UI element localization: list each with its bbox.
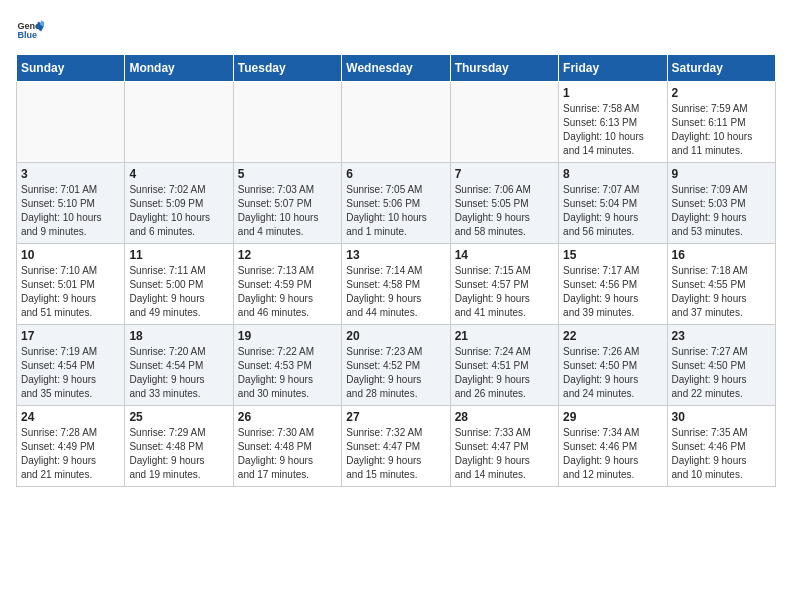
calendar-week-row: 17Sunrise: 7:19 AM Sunset: 4:54 PM Dayli… <box>17 325 776 406</box>
day-number: 2 <box>672 86 771 100</box>
day-info: Sunrise: 7:27 AM Sunset: 4:50 PM Dayligh… <box>672 345 771 401</box>
weekday-header: Sunday <box>17 55 125 82</box>
weekday-header: Friday <box>559 55 667 82</box>
day-info: Sunrise: 7:33 AM Sunset: 4:47 PM Dayligh… <box>455 426 554 482</box>
day-info: Sunrise: 7:10 AM Sunset: 5:01 PM Dayligh… <box>21 264 120 320</box>
calendar-day-cell: 28Sunrise: 7:33 AM Sunset: 4:47 PM Dayli… <box>450 406 558 487</box>
calendar-day-cell: 25Sunrise: 7:29 AM Sunset: 4:48 PM Dayli… <box>125 406 233 487</box>
weekday-header: Wednesday <box>342 55 450 82</box>
day-info: Sunrise: 7:07 AM Sunset: 5:04 PM Dayligh… <box>563 183 662 239</box>
day-info: Sunrise: 7:58 AM Sunset: 6:13 PM Dayligh… <box>563 102 662 158</box>
calendar-day-cell <box>233 82 341 163</box>
calendar-day-cell <box>450 82 558 163</box>
calendar-table: SundayMondayTuesdayWednesdayThursdayFrid… <box>16 54 776 487</box>
calendar-day-cell: 21Sunrise: 7:24 AM Sunset: 4:51 PM Dayli… <box>450 325 558 406</box>
day-number: 29 <box>563 410 662 424</box>
calendar-day-cell: 30Sunrise: 7:35 AM Sunset: 4:46 PM Dayli… <box>667 406 775 487</box>
calendar-day-cell: 18Sunrise: 7:20 AM Sunset: 4:54 PM Dayli… <box>125 325 233 406</box>
day-number: 12 <box>238 248 337 262</box>
day-info: Sunrise: 7:02 AM Sunset: 5:09 PM Dayligh… <box>129 183 228 239</box>
day-info: Sunrise: 7:28 AM Sunset: 4:49 PM Dayligh… <box>21 426 120 482</box>
weekday-header: Saturday <box>667 55 775 82</box>
day-number: 7 <box>455 167 554 181</box>
calendar-header-row: SundayMondayTuesdayWednesdayThursdayFrid… <box>17 55 776 82</box>
day-info: Sunrise: 7:24 AM Sunset: 4:51 PM Dayligh… <box>455 345 554 401</box>
weekday-header: Thursday <box>450 55 558 82</box>
calendar-day-cell: 4Sunrise: 7:02 AM Sunset: 5:09 PM Daylig… <box>125 163 233 244</box>
day-number: 5 <box>238 167 337 181</box>
day-info: Sunrise: 7:03 AM Sunset: 5:07 PM Dayligh… <box>238 183 337 239</box>
day-number: 6 <box>346 167 445 181</box>
day-info: Sunrise: 7:26 AM Sunset: 4:50 PM Dayligh… <box>563 345 662 401</box>
calendar-week-row: 1Sunrise: 7:58 AM Sunset: 6:13 PM Daylig… <box>17 82 776 163</box>
calendar-day-cell <box>17 82 125 163</box>
calendar-day-cell: 17Sunrise: 7:19 AM Sunset: 4:54 PM Dayli… <box>17 325 125 406</box>
calendar-day-cell: 29Sunrise: 7:34 AM Sunset: 4:46 PM Dayli… <box>559 406 667 487</box>
calendar-day-cell: 23Sunrise: 7:27 AM Sunset: 4:50 PM Dayli… <box>667 325 775 406</box>
day-info: Sunrise: 7:09 AM Sunset: 5:03 PM Dayligh… <box>672 183 771 239</box>
calendar-day-cell: 13Sunrise: 7:14 AM Sunset: 4:58 PM Dayli… <box>342 244 450 325</box>
day-info: Sunrise: 7:23 AM Sunset: 4:52 PM Dayligh… <box>346 345 445 401</box>
day-info: Sunrise: 7:20 AM Sunset: 4:54 PM Dayligh… <box>129 345 228 401</box>
day-info: Sunrise: 7:32 AM Sunset: 4:47 PM Dayligh… <box>346 426 445 482</box>
day-number: 21 <box>455 329 554 343</box>
day-info: Sunrise: 7:06 AM Sunset: 5:05 PM Dayligh… <box>455 183 554 239</box>
day-number: 3 <box>21 167 120 181</box>
day-info: Sunrise: 7:18 AM Sunset: 4:55 PM Dayligh… <box>672 264 771 320</box>
calendar-day-cell: 6Sunrise: 7:05 AM Sunset: 5:06 PM Daylig… <box>342 163 450 244</box>
calendar-day-cell: 11Sunrise: 7:11 AM Sunset: 5:00 PM Dayli… <box>125 244 233 325</box>
calendar-day-cell: 19Sunrise: 7:22 AM Sunset: 4:53 PM Dayli… <box>233 325 341 406</box>
calendar-day-cell: 2Sunrise: 7:59 AM Sunset: 6:11 PM Daylig… <box>667 82 775 163</box>
logo-icon: General Blue <box>16 16 44 44</box>
weekday-header: Tuesday <box>233 55 341 82</box>
day-info: Sunrise: 7:35 AM Sunset: 4:46 PM Dayligh… <box>672 426 771 482</box>
calendar-week-row: 10Sunrise: 7:10 AM Sunset: 5:01 PM Dayli… <box>17 244 776 325</box>
calendar-day-cell: 3Sunrise: 7:01 AM Sunset: 5:10 PM Daylig… <box>17 163 125 244</box>
day-info: Sunrise: 7:05 AM Sunset: 5:06 PM Dayligh… <box>346 183 445 239</box>
day-number: 27 <box>346 410 445 424</box>
day-info: Sunrise: 7:14 AM Sunset: 4:58 PM Dayligh… <box>346 264 445 320</box>
day-info: Sunrise: 7:59 AM Sunset: 6:11 PM Dayligh… <box>672 102 771 158</box>
day-number: 26 <box>238 410 337 424</box>
svg-text:Blue: Blue <box>17 30 37 40</box>
calendar-week-row: 24Sunrise: 7:28 AM Sunset: 4:49 PM Dayli… <box>17 406 776 487</box>
calendar-day-cell: 26Sunrise: 7:30 AM Sunset: 4:48 PM Dayli… <box>233 406 341 487</box>
day-info: Sunrise: 7:15 AM Sunset: 4:57 PM Dayligh… <box>455 264 554 320</box>
day-info: Sunrise: 7:22 AM Sunset: 4:53 PM Dayligh… <box>238 345 337 401</box>
calendar-day-cell: 5Sunrise: 7:03 AM Sunset: 5:07 PM Daylig… <box>233 163 341 244</box>
day-number: 25 <box>129 410 228 424</box>
calendar-day-cell: 27Sunrise: 7:32 AM Sunset: 4:47 PM Dayli… <box>342 406 450 487</box>
calendar-day-cell: 15Sunrise: 7:17 AM Sunset: 4:56 PM Dayli… <box>559 244 667 325</box>
day-number: 23 <box>672 329 771 343</box>
calendar-day-cell: 9Sunrise: 7:09 AM Sunset: 5:03 PM Daylig… <box>667 163 775 244</box>
day-number: 22 <box>563 329 662 343</box>
day-info: Sunrise: 7:01 AM Sunset: 5:10 PM Dayligh… <box>21 183 120 239</box>
day-number: 8 <box>563 167 662 181</box>
day-number: 11 <box>129 248 228 262</box>
day-number: 4 <box>129 167 228 181</box>
day-number: 24 <box>21 410 120 424</box>
calendar-day-cell: 10Sunrise: 7:10 AM Sunset: 5:01 PM Dayli… <box>17 244 125 325</box>
logo: General Blue <box>16 16 48 44</box>
calendar-day-cell <box>125 82 233 163</box>
day-number: 30 <box>672 410 771 424</box>
calendar-day-cell: 16Sunrise: 7:18 AM Sunset: 4:55 PM Dayli… <box>667 244 775 325</box>
day-number: 19 <box>238 329 337 343</box>
day-number: 13 <box>346 248 445 262</box>
day-info: Sunrise: 7:11 AM Sunset: 5:00 PM Dayligh… <box>129 264 228 320</box>
calendar-day-cell: 1Sunrise: 7:58 AM Sunset: 6:13 PM Daylig… <box>559 82 667 163</box>
day-number: 16 <box>672 248 771 262</box>
day-info: Sunrise: 7:30 AM Sunset: 4:48 PM Dayligh… <box>238 426 337 482</box>
calendar-day-cell: 8Sunrise: 7:07 AM Sunset: 5:04 PM Daylig… <box>559 163 667 244</box>
day-number: 10 <box>21 248 120 262</box>
calendar-day-cell: 20Sunrise: 7:23 AM Sunset: 4:52 PM Dayli… <box>342 325 450 406</box>
weekday-header: Monday <box>125 55 233 82</box>
calendar-week-row: 3Sunrise: 7:01 AM Sunset: 5:10 PM Daylig… <box>17 163 776 244</box>
page-header: General Blue <box>16 16 776 44</box>
day-info: Sunrise: 7:19 AM Sunset: 4:54 PM Dayligh… <box>21 345 120 401</box>
day-number: 20 <box>346 329 445 343</box>
day-number: 17 <box>21 329 120 343</box>
calendar-day-cell <box>342 82 450 163</box>
day-info: Sunrise: 7:17 AM Sunset: 4:56 PM Dayligh… <box>563 264 662 320</box>
day-number: 18 <box>129 329 228 343</box>
